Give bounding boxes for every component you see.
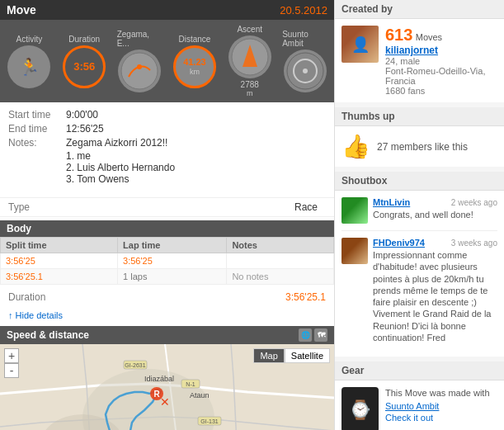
svg-text:Ataun: Ataun — [190, 391, 210, 399]
svg-text:N-1: N-1 — [186, 381, 195, 387]
note-1: 1. me — [66, 150, 175, 162]
move-date: 20.5.2012 — [280, 4, 327, 17]
duration-summary-value: 3:56'25.1 — [285, 291, 326, 303]
gear-content: ⌚ This Move was made with Suunto Ambit C… — [341, 387, 497, 430]
satellite-button[interactable]: Satellite — [285, 348, 330, 363]
user-info: 613 Moves kilianjornet 24, male Font-Rom… — [385, 26, 485, 96]
ascent-icon — [231, 38, 269, 76]
map-button[interactable]: Map — [253, 348, 284, 363]
moves-label: Moves — [416, 32, 442, 42]
body-section-label: Body — [7, 223, 31, 234]
end-time-label: End time — [8, 123, 66, 135]
thumbs-up-icon: 👍 — [341, 133, 370, 160]
distance-unit: km — [190, 68, 200, 76]
type-row: Type Race — [0, 197, 334, 217]
shout-username-2[interactable]: FHDeniv974 — [373, 238, 425, 248]
duration-summary-row: Duration 3:56'25.1 — [0, 288, 334, 306]
shout-header-1: MtnLivin 2 weeks ago — [373, 197, 497, 207]
right-panel: Created by 👤 613 Moves kilianjornet 24, … — [334, 0, 504, 430]
stat-zegama-label: Zegama, E... — [117, 30, 163, 48]
stat-activity-label: Activity — [16, 35, 43, 44]
col-split-time: Split time — [1, 238, 118, 253]
gear-text: This Move was made with Suunto Ambit — [385, 387, 490, 413]
start-time-label: Start time — [8, 109, 66, 120]
speed-section-label: Speed & distance — [7, 329, 89, 341]
lap-2: 1 laps — [118, 269, 227, 285]
shout-text-2: Impressionnant comme d'habitude! avec pl… — [373, 249, 497, 343]
svg-point-0 — [121, 53, 158, 89]
map-view-toggle: Map Satellite — [253, 348, 330, 363]
shout-avatar-2 — [341, 238, 368, 264]
user-location: Font-Romeu-Odeillo-Via, — [385, 66, 485, 76]
zoom-in-button[interactable]: + — [4, 348, 19, 363]
shout-content-1: MtnLivin 2 weeks ago Congrats, and well … — [373, 197, 497, 224]
gear-section: Gear ⌚ This Move was made with Suunto Am… — [335, 361, 504, 430]
moves-count: 613 — [385, 26, 412, 44]
shout-content-2: FHDeniv974 3 weeks ago Impressionnant co… — [373, 238, 497, 343]
gear-name-link[interactable]: Suunto Ambit — [385, 401, 439, 411]
username-link[interactable]: kilianjornet — [385, 45, 485, 56]
ascent-value-label: 2788 — [241, 80, 259, 89]
ascent-circle — [228, 35, 271, 78]
stat-suunto: Suunto Ambit — [277, 28, 332, 94]
type-value: Race — [294, 201, 326, 213]
user-avatar: 👤 — [341, 26, 379, 63]
hide-details-row: Hide details — [0, 310, 334, 326]
map-zoom-controls: + - — [4, 348, 19, 378]
start-time-value: 9:00'00 — [66, 109, 98, 120]
hide-details-link[interactable]: Hide details — [8, 310, 63, 320]
lap-1: 3:56'25 — [118, 253, 227, 269]
stat-duration-label: Duration — [68, 35, 100, 44]
user-age-gender: 24, male — [385, 56, 485, 66]
thumbs-section: Thumbs up 👍 27 members like this — [335, 107, 504, 167]
created-by-title: Created by — [335, 0, 504, 19]
page-title: Move — [7, 3, 36, 17]
map-container: R ✕ N-1 GI-131 GI-2631 E-80 — [0, 344, 334, 430]
shout-header-2: FHDeniv974 3 weeks ago — [373, 238, 497, 248]
stats-bar: Activity 🏃 Duration 3:56 Zegama, E... — [0, 20, 334, 102]
notes-title: Zegama Aizkorri 2012!! — [66, 137, 175, 149]
shoutbox-section: Shoutbox MtnLivin 2 weeks ago Congrats, … — [335, 172, 504, 357]
ascent-unit: m — [247, 89, 253, 97]
shout-item-2: FHDeniv974 3 weeks ago Impressionnant co… — [341, 238, 497, 350]
notes-label: Notes: — [8, 137, 66, 185]
activity-icon: 🏃 — [19, 57, 40, 77]
table-row: 3:56'25.1 1 laps No notes — [1, 269, 334, 285]
svg-text:Idiazábal: Idiazábal — [144, 375, 174, 383]
stat-zegama: Zegama, E... — [112, 28, 167, 94]
note-2: 2. Luis Alberto Hernando — [66, 162, 175, 173]
duration-summary-label: Duration — [8, 291, 45, 303]
move-header: Move 20.5.2012 — [0, 0, 334, 20]
zoom-out-button[interactable]: - — [4, 363, 19, 378]
check-it-out-link[interactable]: Check it out — [385, 413, 490, 423]
split-2: 3:56'25.1 — [1, 269, 118, 285]
stat-ascent-label: Ascent — [237, 25, 262, 34]
map-type-icons: 🌐 🗺 — [299, 328, 327, 342]
suunto-icon — [286, 52, 324, 90]
body-section-header: Body — [0, 220, 334, 237]
duration-value: 3:56 — [73, 60, 95, 73]
shout-avatar-1 — [341, 197, 368, 224]
end-time-value: 12:56'25 — [66, 123, 104, 135]
zegama-circle — [118, 50, 161, 92]
shout-username-1[interactable]: MtnLivin — [373, 197, 410, 207]
gear-info: This Move was made with Suunto Ambit Che… — [385, 387, 490, 423]
svg-point-6 — [303, 69, 308, 73]
stat-activity: Activity 🏃 — [2, 33, 57, 90]
activity-circle: 🏃 — [7, 45, 50, 88]
user-fans: 1680 fans — [385, 86, 485, 96]
stat-distance: Distance 41.23 km — [167, 33, 222, 90]
distance-circle: 41.23 km — [173, 45, 216, 88]
stat-distance-label: Distance — [178, 35, 210, 44]
distance-value: 41.23 — [183, 57, 206, 68]
notes-row: Notes: Zegama Aizkorri 2012!! 1. me 2. L… — [8, 137, 326, 185]
stat-duration: Duration 3:56 — [57, 33, 112, 90]
svg-text:✕: ✕ — [160, 395, 170, 409]
info-section: Start time 9:00'00 End time 12:56'25 Not… — [0, 102, 334, 194]
notes-2: No notes — [227, 269, 334, 285]
stat-ascent: Ascent 2788 m — [222, 23, 277, 99]
notes-1 — [227, 253, 334, 269]
notes-content: Zegama Aizkorri 2012!! 1. me 2. Luis Alb… — [66, 137, 175, 185]
thumbs-content: 👍 27 members like this — [341, 133, 497, 160]
table-row: 3:56'25 3:56'25 — [1, 253, 334, 269]
